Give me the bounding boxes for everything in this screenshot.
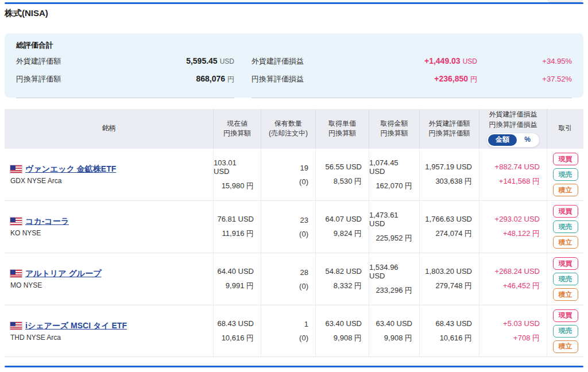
summary-value: 5,595.45	[186, 56, 218, 65]
tsumitate-button[interactable]: 積立	[553, 288, 578, 301]
tsumitate-button[interactable]: 積立	[553, 236, 578, 249]
summary-value: +1,449.03	[424, 56, 461, 65]
gainloss-display-toggle: 金額 %	[486, 133, 540, 148]
valuation-cell: 1,957.19 USD303,638 円	[420, 149, 479, 200]
summary-row: 円換算評価損益 +236,850円 +37.52%	[252, 74, 572, 92]
quantity-cell: 28(0)	[261, 253, 316, 305]
quantity-cell: 19(0)	[261, 149, 316, 200]
stock-ticker: GDX NYSE Arca	[10, 177, 61, 185]
us-flag-icon	[10, 270, 22, 277]
current-price-cell: 103.01 USD15,980 円	[214, 149, 261, 200]
summary-row: 円換算評価額 868,076円	[16, 74, 234, 92]
us-flag-icon	[10, 165, 22, 173]
stock-name-link[interactable]: ヴァンエック 金鉱株ETF	[25, 164, 116, 173]
valuation-cell: 1,766.63 USD274,074 円	[420, 201, 479, 253]
current-price-cell: 64.40 USD9,991 円	[214, 253, 261, 305]
summary-value: 868,076	[196, 74, 225, 83]
col-header-gainloss: 外貨建評価損益円換算評価損益 金額 %	[479, 109, 547, 148]
summary-percent: +34.95%	[477, 57, 572, 65]
trade-actions-cell: 現買 現売 積立	[547, 201, 583, 253]
stock-ticker: MO NYSE	[10, 281, 42, 289]
total-cost-cell: 1,074.45 USD162,070 円	[369, 149, 420, 200]
holdings-table: 銘柄 現在値円換算額 保有数量(売却注文中) 取得単価円換算額 取得金額円換算額…	[5, 109, 583, 357]
page-title: 株式(NISA)	[5, 8, 48, 19]
trade-actions-cell: 現買 現売 積立	[547, 149, 583, 200]
summary-label: 円換算評価額	[16, 74, 61, 84]
nisa-holdings-page: 株式(NISA) 総評価合計 外貨建評価額 5,595.45USD 円換算評価額…	[0, 0, 588, 372]
summary-unit: 円	[227, 75, 234, 83]
col-header-trade: 取引	[547, 109, 583, 148]
top-divider	[5, 2, 583, 4]
trade-actions-cell: 現買 現売 積立	[547, 305, 583, 356]
total-cost-cell: 1,534.96 USD233,296 円	[369, 253, 420, 305]
col-header-total-cost: 取得金額円換算額	[369, 109, 420, 148]
stock-name-link[interactable]: コカ-コーラ	[25, 216, 69, 226]
summary-amount-column: 外貨建評価額 5,595.45USD 円換算評価額 868,076円	[16, 56, 234, 98]
buy-button[interactable]: 現買	[553, 309, 578, 322]
sell-button[interactable]: 現売	[553, 220, 578, 233]
table-row: ヴァンエック 金鉱株ETF GDX NYSE Arca 103.01 USD15…	[5, 148, 583, 200]
quantity-cell: 23(0)	[261, 201, 316, 253]
summary-label: 円換算評価損益	[252, 74, 304, 84]
sell-button[interactable]: 現売	[553, 273, 578, 285]
stock-name-link[interactable]: アルトリア グループ	[25, 269, 102, 278]
total-cost-cell: 1,473.61 USD225,952 円	[369, 201, 420, 253]
sell-button[interactable]: 現売	[553, 325, 578, 338]
stock-name-cell: アルトリア グループ MO NYSE	[5, 253, 214, 305]
stock-name-cell: iシェアーズ MSCI タイ ETF THD NYSE Arca	[5, 305, 214, 356]
unit-cost-cell: 64.07 USD9,824 円	[316, 201, 369, 253]
summary-gainloss-column: 外貨建評価損益 +1,449.03USD +34.95% 円換算評価損益 +23…	[252, 56, 572, 98]
col-header-valuation: 外貨建評価額円換算評価額	[420, 109, 479, 148]
summary-row: 外貨建評価額 5,595.45USD	[16, 56, 234, 74]
buy-button[interactable]: 現買	[553, 257, 578, 270]
table-header-row: 銘柄 現在値円換算額 保有数量(売却注文中) 取得単価円換算額 取得金額円換算額…	[5, 109, 583, 148]
summary-title: 総評価合計	[16, 40, 572, 51]
toggle-amount-button[interactable]: 金額	[488, 134, 517, 146]
col-header-name: 銘柄	[5, 109, 214, 148]
sell-button[interactable]: 現売	[553, 168, 578, 181]
gainloss-cell: +268.24 USD+46,452 円	[479, 253, 547, 305]
buy-button[interactable]: 現買	[553, 205, 578, 218]
summary-row: 外貨建評価損益 +1,449.03USD +34.95%	[252, 56, 572, 74]
total-cost-cell: 63.40 USD9,908 円	[369, 305, 420, 356]
unit-cost-cell: 63.40 USD9,908 円	[316, 305, 369, 356]
summary-percent: +37.52%	[477, 75, 572, 83]
us-flag-icon	[10, 322, 22, 330]
summary-label: 外貨建評価損益	[252, 56, 304, 67]
col-header-unit-cost: 取得単価円換算額	[316, 109, 369, 148]
table-row: iシェアーズ MSCI タイ ETF THD NYSE Arca 68.43 U…	[5, 305, 583, 357]
stock-ticker: KO NYSE	[10, 229, 41, 237]
summary-value: +236,850	[434, 74, 468, 83]
valuation-cell: 68.43 USD10,616 円	[420, 305, 479, 356]
gainloss-cell: +5.03 USD+708 円	[479, 305, 547, 356]
valuation-cell: 1,803.20 USD279,748 円	[420, 253, 479, 305]
current-price-cell: 68.43 USD10,616 円	[214, 305, 261, 356]
bottom-divider	[5, 366, 583, 367]
stock-name-cell: ヴァンエック 金鉱株ETF GDX NYSE Arca	[5, 149, 214, 200]
quantity-cell: 1(0)	[261, 305, 316, 356]
unit-cost-cell: 56.55 USD8,530 円	[316, 149, 369, 200]
stock-name-cell: コカ-コーラ KO NYSE	[5, 201, 214, 253]
total-valuation-card: 総評価合計 外貨建評価額 5,595.45USD 円換算評価額 868,076円…	[5, 33, 583, 98]
col-header-quantity: 保有数量(売却注文中)	[261, 109, 316, 148]
us-flag-icon	[10, 218, 22, 225]
col-header-current: 現在値円換算額	[214, 109, 261, 148]
summary-unit: USD	[463, 57, 477, 65]
buy-button[interactable]: 現買	[553, 153, 578, 165]
stock-ticker: THD NYSE Arca	[10, 334, 61, 342]
summary-unit: 円	[470, 75, 477, 83]
summary-label: 外貨建評価額	[16, 56, 61, 67]
toggle-percent-button[interactable]: %	[517, 134, 538, 146]
gainloss-cell: +882.74 USD+141,568 円	[479, 149, 547, 200]
gainloss-cell: +293.02 USD+48,122 円	[479, 201, 547, 253]
summary-unit: USD	[220, 57, 234, 65]
trade-actions-cell: 現買 現売 積立	[547, 253, 583, 305]
current-price-cell: 76.81 USD11,916 円	[214, 201, 261, 253]
stock-name-link[interactable]: iシェアーズ MSCI タイ ETF	[25, 321, 127, 330]
tsumitate-button[interactable]: 積立	[553, 340, 578, 353]
unit-cost-cell: 54.82 USD8,332 円	[316, 253, 369, 305]
tsumitate-button[interactable]: 積立	[553, 184, 578, 196]
table-row: コカ-コーラ KO NYSE 76.81 USD11,916 円 23(0) 6…	[5, 200, 583, 253]
table-body: ヴァンエック 金鉱株ETF GDX NYSE Arca 103.01 USD15…	[5, 148, 583, 357]
table-row: アルトリア グループ MO NYSE 64.40 USD9,991 円 28(0…	[5, 253, 583, 305]
